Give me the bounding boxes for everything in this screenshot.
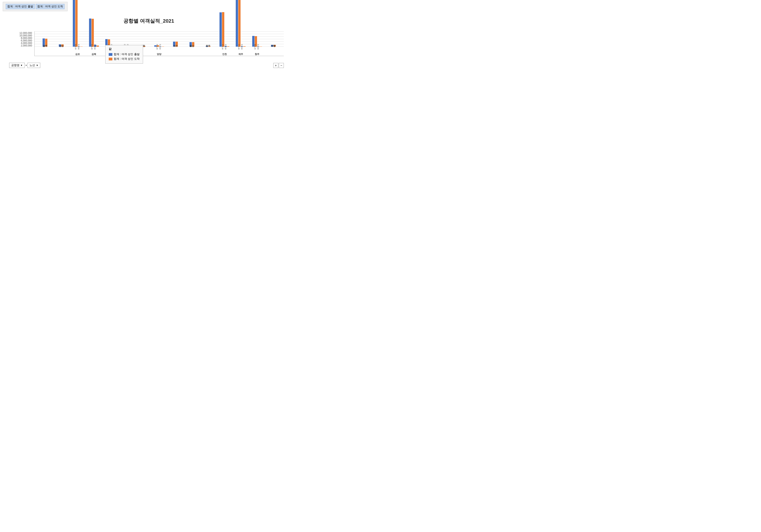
filter-route-arrow: ▼ [36, 64, 38, 67]
route-label-청주-1: 국제선 [257, 44, 260, 52]
bar-departure-김해-국내선 [89, 19, 91, 47]
airport-name-울산: 울산 [190, 44, 194, 48]
route-labels-김해: 국내선국제선 [91, 44, 96, 52]
filter-pills: 공항명 ▼ • 노선 ▼ [9, 63, 40, 68]
airport-bars-김해 [86, 19, 102, 47]
route-label-김포-1: 국제선 [78, 44, 80, 52]
route-labels-인천: 국내선국제선 [222, 44, 227, 52]
airport-label-group-군산: 군산 [53, 44, 69, 56]
route-labels-양양: 국내선국제선 [156, 44, 162, 52]
filter-airport[interactable]: 공항명 ▼ [9, 63, 25, 68]
route-label-인천-0: 국내선 [222, 44, 224, 52]
airport-group-김해 [86, 19, 102, 47]
airport-name-김포: 김포 [75, 53, 80, 56]
airport-name-인천: 인천 [222, 53, 227, 56]
airport-label-group-원주: 원주 [200, 44, 216, 56]
airport-bars-김포 [70, 0, 86, 47]
airport-label-group-김포: 국내선국제선김포 [70, 44, 86, 56]
airport-name-제주: 제주 [239, 53, 243, 56]
filter-airport-label: 공항명 [11, 63, 20, 67]
airport-label-group-포항: 포항 [265, 44, 281, 56]
bar-departure-김포-국내선 [73, 0, 75, 47]
route-label-청주-0: 국내선 [254, 44, 257, 52]
airport-name-양양: 양양 [157, 53, 161, 56]
bar-arrival-인천-국내선 [222, 12, 224, 47]
legend-arrival[interactable]: 합계 : 여객 성인 도착 [36, 4, 65, 9]
bottom-toolbar: 공항명 ▼ • 노선 ▼ + − [9, 63, 284, 68]
route-group-김포-국내선 [73, 0, 78, 47]
airport-label-group-광주: 광주 [37, 44, 53, 56]
arrival-swatch [109, 58, 112, 60]
route-label-제주-0: 국내선 [238, 44, 241, 52]
y-tick-1: 2,000,000 [14, 44, 32, 47]
legend-box-title: 값 [109, 47, 140, 51]
route-group-제주-국내선 [236, 0, 241, 47]
route-label-김해-0: 국내선 [91, 44, 93, 52]
bar-departure-제주-국내선 [236, 0, 238, 47]
bar-arrival-김해-국내선 [91, 19, 94, 47]
chart-area: 2,000,0004,000,0006,000,0008,000,00010,0… [14, 31, 284, 56]
bar-departure-인천-국내선 [219, 12, 222, 47]
route-labels-청주: 국내선국제선 [254, 44, 260, 52]
airport-name-군산: 군산 [59, 44, 64, 48]
route-label-김해-1: 국제선 [94, 44, 96, 52]
route-label-인천-1: 국제선 [225, 44, 227, 52]
top-legend: 합계 : 여객 성인 출발 합계 : 여객 성인 도착 [3, 2, 68, 11]
arrival-label: 합계 : 여객 성인 도착 [114, 57, 140, 61]
airport-label-group-양양: 국내선국제선양양 [151, 44, 167, 56]
filter-route[interactable]: 노선 ▼ [28, 63, 40, 68]
airport-bars-인천 [216, 12, 233, 47]
airport-name-광주: 광주 [43, 44, 47, 48]
airport-label-group-울산: 울산 [184, 44, 200, 56]
chart-wrapper: 공항별 여객실적_2021 값 합계 : 여객 성인 출발 합계 : 여객 성인… [0, 13, 293, 70]
chart-legend-box: 값 합계 : 여객 성인 출발 합계 : 여객 성인 도착 [105, 45, 143, 64]
chart-plot: 광주군산국내선국제선김포국내선국제선김해국내선국제선대구국내선국제선무안사천국내… [34, 31, 284, 56]
legend-entry-arrival: 합계 : 여객 성인 도착 [109, 57, 140, 61]
airport-name-포항: 포항 [271, 44, 275, 48]
filter-separator: • [26, 64, 27, 67]
airport-name-여수: 여수 [173, 44, 178, 48]
legend-entry-departure: 합계 : 여객 성인 출발 [109, 52, 140, 56]
zoom-plus-button[interactable]: + [273, 63, 278, 68]
airport-group-인천 [216, 12, 233, 47]
departure-swatch [109, 53, 112, 56]
zoom-minus-button[interactable]: − [279, 63, 284, 68]
filter-airport-arrow: ▼ [20, 64, 23, 67]
y-axis: 2,000,0004,000,0006,000,0008,000,00010,0… [14, 31, 34, 56]
airport-label-group-여수: 여수 [167, 44, 184, 56]
x-axis-labels: 광주군산국내선국제선김포국내선국제선김해국내선국제선대구국내선국제선무안사천국내… [34, 44, 284, 56]
airport-bars-제주 [233, 0, 249, 47]
route-label-김포-0: 국내선 [75, 44, 77, 52]
airport-group-제주 [233, 0, 249, 47]
route-labels-제주: 국내선국제선 [238, 44, 244, 52]
bar-arrival-제주-국내선 [238, 0, 241, 47]
airport-label-group-인천: 국내선국제선인천 [216, 44, 233, 56]
airport-label-group-제주: 국내선국제선제주 [233, 44, 249, 56]
airport-group-김포 [70, 0, 86, 47]
airport-name-원주: 원주 [206, 44, 210, 48]
filter-route-label: 노선 [29, 63, 35, 67]
route-label-제주-1: 국제선 [241, 44, 244, 52]
legend-departure[interactable]: 합계 : 여객 성인 출발 [6, 4, 35, 9]
airport-label-group-김해: 국내선국제선김해 [86, 44, 102, 56]
airport-label-group-청주: 국내선국제선청주 [249, 44, 265, 56]
route-group-인천-국내선 [219, 12, 224, 47]
route-labels-김포: 국내선국제선 [75, 44, 80, 52]
bar-arrival-김포-국내선 [75, 0, 78, 47]
zoom-controls: + − [273, 63, 284, 68]
route-label-양양-1: 국제선 [159, 44, 162, 52]
airport-name-김해: 김해 [91, 53, 96, 56]
route-group-김해-국내선 [89, 19, 94, 47]
route-label-양양-0: 국내선 [156, 44, 159, 52]
airport-name-청주: 청주 [255, 53, 259, 56]
departure-label: 합계 : 여객 성인 출발 [114, 52, 140, 56]
